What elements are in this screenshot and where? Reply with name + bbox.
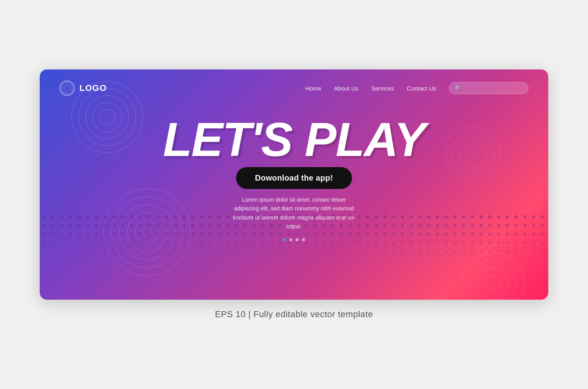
logo-text: LOGO bbox=[79, 83, 107, 93]
caption: EPS 10 | Fully editable vector template bbox=[215, 309, 373, 320]
hero-section: LET'S PLAY Dowonload the app! Lorem ipsu… bbox=[40, 116, 548, 241]
landing-page: LOGO Home About Us Services Contact Us 🔍… bbox=[40, 69, 548, 300]
card: LOGO Home About Us Services Contact Us 🔍… bbox=[40, 69, 548, 300]
logo-circle-icon bbox=[60, 81, 75, 96]
dot-3[interactable] bbox=[302, 238, 305, 241]
dots-indicator bbox=[283, 238, 305, 241]
outer-wrapper: LOGO Home About Us Services Contact Us 🔍… bbox=[40, 69, 548, 320]
dot-1[interactable] bbox=[289, 238, 292, 241]
nav-home[interactable]: Home bbox=[306, 85, 321, 92]
search-bar[interactable]: 🔍 bbox=[449, 82, 528, 94]
nav-services[interactable]: Services bbox=[371, 85, 394, 92]
dot-2[interactable] bbox=[296, 238, 299, 241]
logo: LOGO bbox=[60, 81, 107, 96]
nav-about[interactable]: About Us bbox=[334, 85, 359, 92]
search-icon: 🔍 bbox=[455, 85, 462, 91]
nav-contact[interactable]: Contact Us bbox=[407, 85, 436, 92]
hero-title: LET'S PLAY bbox=[163, 116, 425, 163]
cta-button[interactable]: Dowonload the app! bbox=[236, 167, 352, 189]
navbar: LOGO Home About Us Services Contact Us 🔍 bbox=[40, 69, 548, 96]
hero-description: Lorem ipsum dolor sit amet, consec-tetue… bbox=[230, 195, 358, 231]
nav-links: Home About Us Services Contact Us bbox=[306, 85, 436, 92]
search-input[interactable] bbox=[464, 85, 522, 91]
dot-0[interactable] bbox=[283, 238, 286, 241]
